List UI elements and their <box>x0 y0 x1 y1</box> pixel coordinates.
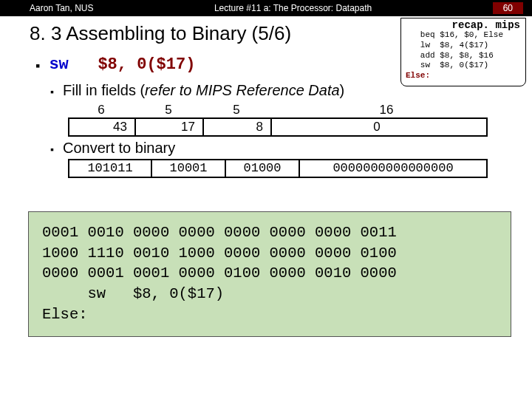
machinecode-box: 0001 0010 0000 0000 0000 0000 0000 0011 … <box>28 211 511 337</box>
recap-line: lw $8, 4($17) <box>406 41 521 51</box>
binary-table: 101011 10001 01000 0000000000000000 <box>68 159 488 178</box>
bitwidth-rt: 5 <box>202 103 270 117</box>
field-bit-widths: 6 5 5 16 <box>35 103 502 117</box>
code-row: 0001 0010 0000 0000 0000 0000 0000 0011 <box>42 222 497 243</box>
fieldval-rt: 8 <box>204 119 272 135</box>
bin-opcode: 101011 <box>69 160 152 177</box>
bitwidth-rs: 5 <box>134 103 202 117</box>
code-row: 0000 0001 0001 0000 0100 0000 0010 0000 <box>42 263 497 284</box>
convert-binary-text: Convert to binary <box>63 140 175 159</box>
bitwidth-opcode: 6 <box>68 103 134 117</box>
code-row-sw: sw $8, 0($17) <box>42 284 497 304</box>
bullet-icon: ▪ <box>35 55 40 76</box>
convert-binary-bullet: ▪ Convert to binary <box>35 140 502 159</box>
recap-line: beq $16, $0, Else <box>406 30 521 41</box>
header-author: Aaron Tan, NUS <box>30 3 94 13</box>
fill-fields-text: Fill in fields (refer to MIPS Reference … <box>63 82 344 101</box>
instruction-op: sw <box>49 55 68 74</box>
bitwidth-imm: 16 <box>270 103 502 117</box>
bin-imm: 0000000000000000 <box>300 160 486 177</box>
recap-line: sw $8, 0($17) <box>406 61 521 71</box>
bin-rs: 10001 <box>152 160 226 177</box>
fieldval-rs: 17 <box>136 119 204 135</box>
bullet-icon: ▪ <box>50 82 54 101</box>
recap-line-else: Else: <box>406 71 521 81</box>
fieldval-opcode: 43 <box>69 119 136 135</box>
recap-label: recap. mips <box>449 19 523 31</box>
slide-header: Aaron Tan, NUS Lecture #11 a: The Proces… <box>0 0 532 16</box>
bullet-icon: ▪ <box>50 140 54 159</box>
page-title: 8. 3 Assembling to Binary (5/6) <box>30 22 291 45</box>
bin-rt: 01000 <box>226 160 300 177</box>
header-page: 60 <box>493 2 523 14</box>
recap-line: add $8, $8, $16 <box>406 51 521 61</box>
field-value-table: 43 17 8 0 <box>68 117 488 137</box>
instruction-args: $8, 0($17) <box>98 55 195 74</box>
code-row-else: Else: <box>42 304 497 325</box>
header-title: Lecture #11 a: The Processor: Datapath <box>214 3 372 13</box>
fieldval-imm: 0 <box>272 119 486 135</box>
code-row: 1000 1110 0010 1000 0000 0000 0000 0100 <box>42 243 497 264</box>
instruction-text: sw $8, 0($17) <box>49 55 195 76</box>
